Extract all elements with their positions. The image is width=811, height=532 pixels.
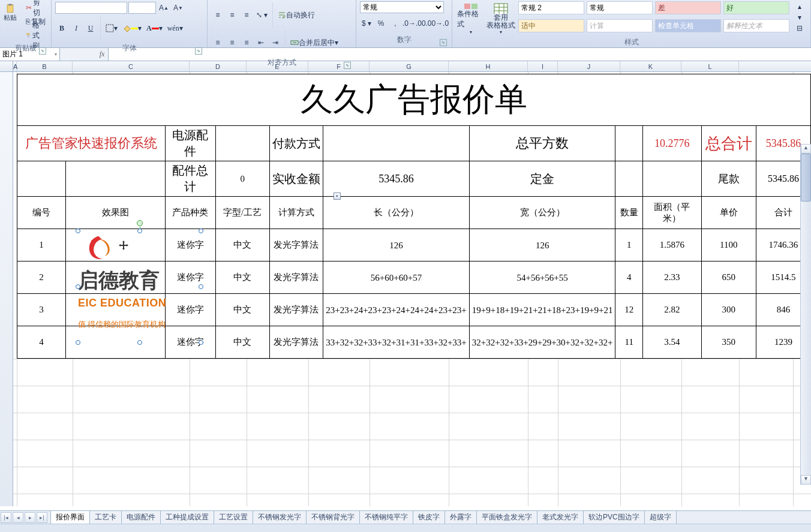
font-name-select[interactable] [55,2,127,14]
cell[interactable]: 1 [615,229,643,262]
cell[interactable]: 中文 [215,294,269,326]
header-no[interactable]: 编号 [17,197,66,229]
font-color-button[interactable]: A ▾ [145,22,164,35]
conditional-format-button[interactable]: 条件格式▾ [456,1,486,36]
col-header-L[interactable]: L [681,61,739,71]
italic-button[interactable]: I [70,22,83,35]
increase-indent-button[interactable]: ⇥ [269,36,282,49]
col-header-G[interactable]: G [370,61,449,71]
sheet-tab[interactable]: 不锈钢发光字 [253,511,307,524]
decrease-decimal-button[interactable]: .00→.0 [426,17,449,30]
increase-decimal-button[interactable]: .0→.00 [403,17,425,30]
cell[interactable]: 总平方数 [469,126,615,161]
border-button[interactable]: ▾ [104,22,119,35]
styles-down-button[interactable]: ▾ [793,12,806,23]
sheet-tab[interactable]: 工艺设置 [214,511,253,524]
actual-amount-cell[interactable]: 5345.86 [323,161,470,197]
cell[interactable]: 12 [615,294,643,326]
sheet-tab[interactable]: 不锈钢背光字 [306,511,360,524]
sheet-tab[interactable]: 软边PVC围边字 [583,511,645,524]
cell[interactable]: 中文 [215,229,269,262]
cell[interactable]: 2.82 [642,294,701,326]
title-cell[interactable]: 久久广告报价单 [17,74,811,126]
align-top-button[interactable]: ≡ [211,8,224,22]
cell[interactable]: 发光字算法 [269,262,323,294]
dialog-launcher-icon[interactable]: ⬊ [195,47,202,55]
cell[interactable]: 2.33 [642,262,701,294]
decrease-indent-button[interactable]: ⇤ [254,36,268,49]
sheet-tab[interactable]: 工种提成设置 [160,511,214,524]
cell[interactable]: 650 [701,262,756,294]
underline-button[interactable]: U [84,22,97,35]
system-name-cell[interactable]: 广告管家快速报价系统 [17,126,166,161]
cell[interactable]: 电源配件 [165,126,215,161]
cell[interactable]: 126 [469,229,615,262]
wrap-text-button[interactable]: 自动换行 [276,8,317,22]
cell[interactable] [215,126,269,161]
sheet-tab[interactable]: 铁皮字 [413,511,445,524]
font-size-select[interactable] [128,2,156,14]
bold-button[interactable]: B [55,22,68,35]
cell-style-normal2[interactable]: 常规 2 [518,1,584,14]
sheet-tab[interactable]: 不锈钢纯平字 [359,511,413,524]
cell[interactable] [17,161,66,197]
cell[interactable] [66,161,166,197]
sheet-tab[interactable]: 工艺卡 [89,511,122,524]
cell[interactable] [615,126,643,161]
col-header-I[interactable]: I [528,61,558,71]
logo-image-selected[interactable]: 启德教育 EIC EDUCATION 值 得信赖的国际教育机构 [78,231,201,342]
phonetic-button[interactable]: wén ▾ [166,22,185,35]
cell[interactable]: 3 [17,294,66,326]
scroll-down-button[interactable]: ▼ [801,475,811,485]
cell[interactable]: 32+32+32+33+29+29+30+32+32+32+ [469,326,615,359]
scroll-thumb[interactable] [801,154,811,202]
grand-total-label[interactable]: 总合计 [701,126,756,161]
cell-style-calc[interactable]: 计算 [587,19,653,32]
header-image[interactable]: 效果图 [66,197,166,229]
cell[interactable]: 中文 [215,326,269,359]
header-price[interactable]: 单价 [701,197,756,229]
shrink-font-button[interactable]: A▼ [172,1,185,14]
cell[interactable]: 发光字算法 [269,229,323,262]
format-as-table-button[interactable]: 套用 表格格式▾ [486,1,516,36]
paste-button[interactable]: 粘贴 [1,2,19,23]
fill-color-button[interactable]: ▾ [121,22,143,35]
header-type[interactable]: 产品种类 [165,197,215,229]
comma-button[interactable]: , [389,17,402,30]
tab-nav-prev[interactable]: ◂ [13,512,23,523]
area-total-cell[interactable]: 10.2776 [642,126,701,161]
deposit-label[interactable]: 定金 [469,161,615,197]
cell[interactable]: 300 [701,294,756,326]
percent-button[interactable]: % [374,17,388,30]
align-left-button[interactable]: ≡ [211,36,224,49]
align-right-button[interactable]: ≡ [240,36,253,49]
dialog-launcher-icon[interactable]: ⬊ [440,39,447,46]
actual-amount-label[interactable]: 实收金额 [269,161,323,197]
col-header-K[interactable]: K [620,61,681,71]
styles-up-button[interactable]: ▴ [793,1,806,12]
cell-dropdown-button[interactable]: ▾ [334,193,341,200]
cell[interactable]: 33+32+32+33+32+31+31+33+32+33+ [323,326,470,359]
header-width[interactable]: 宽（公分） [469,197,615,229]
dialog-launcher-icon[interactable]: ⬊ [344,62,351,69]
cell[interactable]: 1 [17,229,66,262]
header-area[interactable]: 面积（平米） [642,197,701,229]
cell[interactable]: 中文 [215,262,269,294]
align-center-button[interactable]: ≡ [226,36,239,49]
cell-style-good[interactable]: 好 [723,1,789,14]
grow-font-button[interactable]: A▲ [157,1,170,14]
scroll-up-button[interactable]: ▲ [801,144,811,154]
col-header-H[interactable]: H [449,61,528,71]
cell-style-explain[interactable]: 解释性文本 [723,19,789,32]
tab-nav-last[interactable]: ▸| [37,512,47,523]
spreadsheet-grid[interactable]: 久久广告报价单 广告管家快速报价系统 电源配件 付款方式 总平方数 10.277… [0,72,811,506]
cell[interactable]: 54+56+56+55 [469,262,615,294]
cell[interactable]: 4 [615,262,643,294]
cell[interactable] [323,126,470,161]
header-length[interactable]: 长（公分） [323,197,470,229]
sheet-tab[interactable]: 电源配件 [121,511,161,524]
dialog-launcher-icon[interactable]: ⬊ [39,47,46,55]
header-calc[interactable]: 计算方式 [269,197,323,229]
cell[interactable]: 11 [615,326,643,359]
sheet-tab[interactable]: 老式发光字 [537,511,584,524]
